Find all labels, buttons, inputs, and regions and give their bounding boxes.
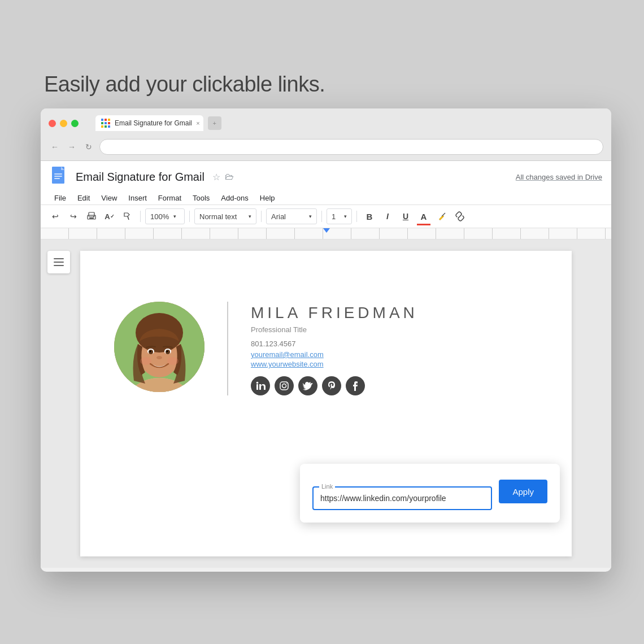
menu-addons[interactable]: Add-ons	[216, 192, 253, 204]
pinterest-button[interactable]	[322, 376, 341, 395]
spellcheck-button[interactable]: A✓	[102, 208, 118, 224]
redo-button[interactable]: ↪	[66, 208, 81, 224]
document-page: MILA FRIEDMAN Professional Title 801.123…	[80, 251, 572, 556]
undo-button[interactable]: ↩	[47, 208, 63, 224]
toolbar-divider-4	[321, 211, 322, 222]
font-size-select[interactable]: 1 ▾	[327, 208, 352, 224]
font-chevron-icon: ▾	[309, 214, 312, 219]
browser-window: Email Signature for Gmail × + ← → ↻	[41, 108, 611, 572]
minimize-button[interactable]	[60, 120, 67, 127]
menu-file[interactable]: File	[50, 192, 71, 204]
svg-line-9	[128, 216, 129, 220]
sig-phone: 801.123.4567	[251, 340, 538, 348]
avatar-wrapper	[114, 302, 204, 392]
tab-close-icon[interactable]: ×	[196, 120, 199, 127]
menu-edit[interactable]: Edit	[73, 192, 94, 204]
zoom-select[interactable]: 100% ▾	[145, 208, 185, 224]
svg-rect-14	[54, 262, 64, 263]
link-popup: Link Apply	[300, 464, 560, 523]
menu-format[interactable]: Format	[154, 192, 186, 204]
star-icon[interactable]: ☆	[212, 172, 220, 182]
sig-email[interactable]: youremail@email.com	[251, 350, 538, 359]
twitter-button[interactable]	[298, 376, 317, 395]
menu-help[interactable]: Help	[255, 192, 280, 204]
back-button[interactable]: ←	[49, 141, 61, 153]
forward-button[interactable]: →	[66, 141, 78, 153]
highlight-button[interactable]	[434, 208, 450, 224]
instagram-button[interactable]	[275, 376, 294, 395]
link-field-wrapper: Link	[312, 486, 492, 510]
svg-rect-15	[54, 265, 64, 266]
link-field-container: Link	[312, 480, 492, 510]
underline-button[interactable]: U	[398, 208, 414, 224]
ruler	[41, 228, 611, 240]
text-color-button[interactable]: A	[416, 208, 432, 224]
font-select[interactable]: Arial ▾	[266, 208, 317, 224]
docs-title: Email Signature for Gmail	[76, 171, 204, 184]
docs-header: Email Signature for Gmail ☆ 🗁 All change…	[41, 161, 611, 205]
link-label: Link	[319, 483, 335, 490]
svg-point-32	[256, 382, 259, 384]
svg-point-27	[167, 351, 168, 353]
apply-button[interactable]: Apply	[499, 480, 547, 503]
svg-point-34	[282, 384, 286, 388]
close-button[interactable]	[49, 120, 56, 127]
svg-rect-3	[54, 176, 62, 177]
sidebar-toggle-button[interactable]	[47, 251, 70, 273]
size-chevron-icon: ▾	[344, 214, 347, 219]
svg-line-11	[444, 213, 445, 214]
toolbar-divider-2	[189, 211, 190, 222]
sig-title: Professional Title	[251, 325, 538, 334]
svg-rect-31	[256, 384, 258, 390]
svg-point-28	[156, 356, 162, 359]
address-bar[interactable]	[99, 139, 603, 155]
link-input[interactable]	[314, 488, 491, 509]
menu-tools[interactable]: Tools	[188, 192, 214, 204]
sig-name: MILA FRIEDMAN	[251, 304, 538, 322]
browser-chrome: Email Signature for Gmail × + ← → ↻	[41, 108, 611, 161]
print-button[interactable]	[84, 208, 99, 224]
docs-content: MILA FRIEDMAN Professional Title 801.123…	[41, 240, 611, 568]
tagline: Easily add your clickable links.	[44, 72, 325, 97]
svg-point-29	[140, 357, 151, 365]
style-select[interactable]: Normal text ▾	[194, 208, 256, 224]
toolbar-divider-1	[140, 211, 141, 222]
saved-status: All changes saved in Drive	[516, 173, 602, 181]
sig-divider	[227, 302, 228, 395]
browser-tab[interactable]: Email Signature for Gmail ×	[95, 115, 203, 131]
svg-rect-13	[54, 258, 64, 259]
bold-button[interactable]: B	[362, 208, 377, 224]
sig-website[interactable]: www.yourwebsite.com	[251, 360, 538, 368]
sig-info: MILA FRIEDMAN Professional Title 801.123…	[251, 302, 538, 395]
svg-line-12	[459, 215, 461, 217]
folder-icon[interactable]: 🗁	[225, 172, 234, 182]
docs-ui: Email Signature for Gmail ☆ 🗁 All change…	[41, 161, 611, 568]
refresh-button[interactable]: ↻	[82, 141, 95, 153]
tab-title: Email Signature for Gmail	[115, 119, 192, 127]
menu-view[interactable]: View	[97, 192, 121, 204]
tab-favicon	[101, 119, 110, 128]
menu-insert[interactable]: Insert	[124, 192, 151, 204]
italic-button[interactable]: I	[380, 208, 395, 224]
zoom-chevron-icon: ▾	[173, 214, 176, 219]
docs-menu: File Edit View Insert Format Tools Add-o…	[50, 190, 602, 204]
linkedin-button[interactable]	[251, 376, 270, 395]
svg-point-30	[167, 357, 179, 365]
paint-format-button[interactable]	[120, 208, 136, 224]
svg-rect-7	[89, 217, 94, 219]
toolbar-divider-3	[261, 211, 262, 222]
new-tab-button[interactable]: +	[208, 116, 221, 130]
insert-link-button[interactable]	[452, 208, 468, 224]
sig-social	[251, 376, 538, 395]
style-chevron-icon: ▾	[249, 214, 251, 219]
svg-point-8	[93, 216, 94, 217]
svg-point-35	[286, 383, 288, 384]
maximize-button[interactable]	[71, 120, 79, 127]
svg-point-26	[150, 351, 151, 353]
facebook-button[interactable]	[346, 376, 365, 395]
svg-rect-5	[89, 212, 94, 216]
docs-logo-icon	[50, 167, 70, 187]
avatar	[114, 302, 204, 392]
svg-rect-2	[54, 173, 62, 175]
svg-rect-4	[54, 178, 60, 179]
